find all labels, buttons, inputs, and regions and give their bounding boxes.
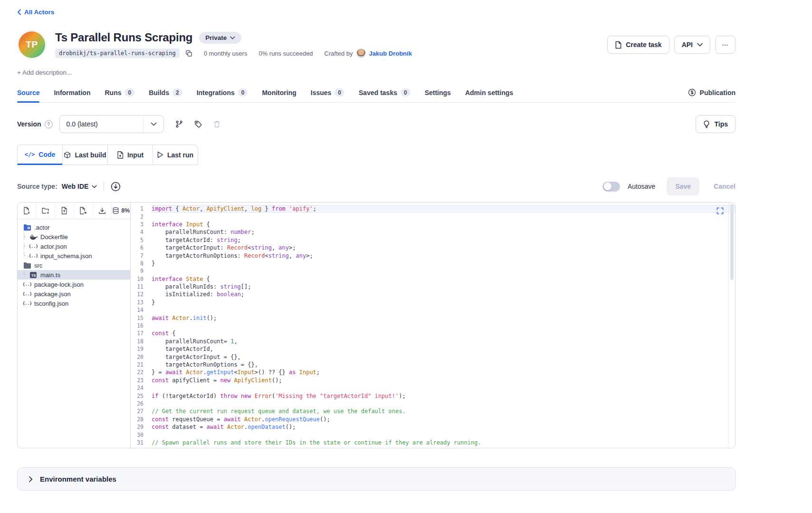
code-line[interactable]: 19 targetActorId,: [131, 345, 735, 353]
code-line[interactable]: 15await Actor.init();: [131, 314, 735, 321]
file-tree-item-actor-json[interactable]: ├{..}actor.json: [18, 242, 130, 251]
code-line[interactable]: 16: [131, 322, 735, 329]
code-line[interactable]: 18 parallelRunsCount= 1,: [131, 338, 735, 345]
autosave-toggle[interactable]: [602, 182, 620, 192]
source-type-label: Source type:: [17, 183, 57, 190]
editor-scrollbar[interactable]: [728, 203, 735, 448]
code-line[interactable]: 5 targetActorId: string;: [131, 236, 735, 244]
file-tree-item-input-schema-json[interactable]: └{..}input_schema.json: [18, 251, 130, 261]
line-content: [152, 267, 735, 275]
tab-integrations[interactable]: Integrations0: [197, 83, 248, 102]
code-line[interactable]: 29const dataset = await Actor.openDatase…: [131, 423, 735, 431]
tab-settings[interactable]: Settings: [425, 83, 451, 102]
add-description-button[interactable]: + Add description...: [17, 69, 72, 76]
line-content: } = await Actor.getInput<Input>() ?? {} …: [152, 368, 735, 376]
code-line[interactable]: 30: [131, 431, 735, 438]
line-number: 3: [131, 221, 152, 228]
storage-usage-button[interactable]: 8%: [112, 203, 130, 219]
more-actions-button[interactable]: ⋯: [715, 36, 736, 54]
line-number: 4: [131, 229, 152, 235]
line-content: [152, 213, 735, 220]
tab-source[interactable]: Source: [17, 83, 39, 102]
file-tree-item-src[interactable]: src: [18, 261, 130, 270]
code-line[interactable]: 8}: [131, 260, 735, 267]
download-source-icon[interactable]: [111, 182, 121, 192]
upload-file-button[interactable]: [55, 203, 74, 219]
file-tree-item--actor[interactable]: .actor: [18, 223, 130, 232]
tab-runs[interactable]: Runs0: [105, 83, 134, 102]
code-line[interactable]: 23const apifyClient = new ApifyClient();: [131, 377, 735, 384]
tab-publication[interactable]: Publication: [688, 88, 736, 97]
code-line[interactable]: 2: [131, 213, 735, 220]
tab-count-badge: 0: [401, 88, 411, 97]
view-tab-last-run[interactable]: Last run: [153, 145, 198, 165]
scrollbar-thumb[interactable]: [730, 204, 734, 280]
view-tab-code[interactable]: </>Code: [17, 145, 63, 165]
code-line[interactable]: 11 parallelRunIds: string[];: [131, 283, 735, 290]
environment-variables-panel[interactable]: Environment variables: [17, 467, 736, 491]
visibility-dropdown[interactable]: Private: [199, 32, 241, 44]
code-line[interactable]: 1import { Actor, ApifyClient, log } from…: [131, 205, 735, 213]
json-file-icon: {..}: [22, 291, 32, 296]
new-folder-button[interactable]: [37, 203, 56, 219]
code-line[interactable]: 4 parallelRunsCount: number;: [131, 228, 735, 236]
code-line[interactable]: 13}: [131, 299, 735, 306]
code-line[interactable]: 25if (!targetActorId) throw new Error('M…: [131, 392, 735, 399]
view-tab-input[interactable]: Input: [107, 145, 153, 165]
line-number: 28: [131, 416, 152, 423]
code-line[interactable]: 24: [131, 384, 735, 392]
tab-saved-tasks[interactable]: Saved tasks0: [359, 83, 411, 102]
code-line[interactable]: 17const {: [131, 329, 735, 337]
code-line[interactable]: 10interface State {: [131, 275, 735, 283]
download-all-button[interactable]: [93, 203, 112, 219]
code-line[interactable]: 21 targetActorRunOptions = {},: [131, 361, 735, 368]
breadcrumb[interactable]: All Actors: [17, 0, 54, 16]
import-file-button[interactable]: [74, 203, 93, 219]
code-line[interactable]: 7 targetActorRunOptions: Record<string, …: [131, 252, 735, 259]
line-number: 21: [131, 361, 152, 368]
file-name: input_schema.json: [40, 252, 92, 260]
cancel-button[interactable]: Cancel: [714, 183, 736, 190]
version-select[interactable]: 0.0 (latest): [59, 115, 164, 133]
source-type-select[interactable]: Web IDE: [62, 183, 97, 190]
tips-button[interactable]: Tips: [696, 115, 736, 133]
code-line[interactable]: 14: [131, 306, 735, 314]
code-line[interactable]: 6 targetActorInput: Record<string, any>;: [131, 244, 735, 252]
tag-icon[interactable]: [194, 120, 202, 128]
tab-admin-settings[interactable]: Admin settings: [465, 83, 513, 102]
author-link[interactable]: Jakub Drobník: [369, 50, 412, 57]
code-line[interactable]: 31// Spawn parallel runs and store their…: [131, 439, 735, 446]
code-line[interactable]: 22} = await Actor.getInput<Input>() ?? {…: [131, 368, 735, 376]
delete-version-icon[interactable]: [213, 120, 220, 128]
code-line[interactable]: 26: [131, 400, 735, 407]
code-line[interactable]: 3interface Input {: [131, 221, 735, 228]
folder-icon: [23, 262, 31, 269]
save-button[interactable]: Save: [667, 177, 699, 195]
tree-branch-line: └: [22, 271, 29, 278]
git-branch-icon[interactable]: [175, 120, 183, 128]
code-line[interactable]: 27// Get the current run request queue a…: [131, 407, 735, 415]
help-icon[interactable]: ?: [45, 120, 53, 128]
copy-handle-button[interactable]: [185, 50, 192, 57]
api-dropdown-button[interactable]: API: [674, 36, 710, 54]
file-tree-item-main-ts[interactable]: └TSmain.ts: [18, 270, 130, 280]
code-editor[interactable]: 1import { Actor, ApifyClient, log } from…: [131, 203, 735, 448]
tab-monitoring[interactable]: Monitoring: [262, 83, 296, 102]
fullscreen-icon[interactable]: [716, 207, 724, 216]
create-task-button[interactable]: Create task: [607, 36, 669, 54]
line-content: const requestQueue = await Actor.openReq…: [152, 416, 735, 423]
code-line[interactable]: 12 isInitialized: boolean;: [131, 290, 735, 298]
view-tab-last-build[interactable]: Last build: [62, 145, 108, 165]
file-tree-item-dockerfile[interactable]: ├Dockerfile: [18, 232, 130, 242]
new-file-button[interactable]: [18, 203, 37, 219]
file-tree-item-package-lock-json[interactable]: {..}package-lock.json: [18, 280, 130, 289]
file-tree-item-package-json[interactable]: {..}package.json: [18, 289, 130, 299]
code-line[interactable]: 28const requestQueue = await Actor.openR…: [131, 416, 735, 423]
file-tree-item-tsconfig-json[interactable]: {..}tsconfig.json: [18, 299, 130, 308]
tree-branch-line: ├: [22, 233, 29, 240]
tab-information[interactable]: Information: [54, 83, 90, 102]
code-line[interactable]: 20 targetActorInput = {},: [131, 353, 735, 360]
code-line[interactable]: 9: [131, 267, 735, 275]
tab-issues[interactable]: Issues0: [311, 83, 344, 102]
tab-builds[interactable]: Builds2: [149, 83, 182, 102]
